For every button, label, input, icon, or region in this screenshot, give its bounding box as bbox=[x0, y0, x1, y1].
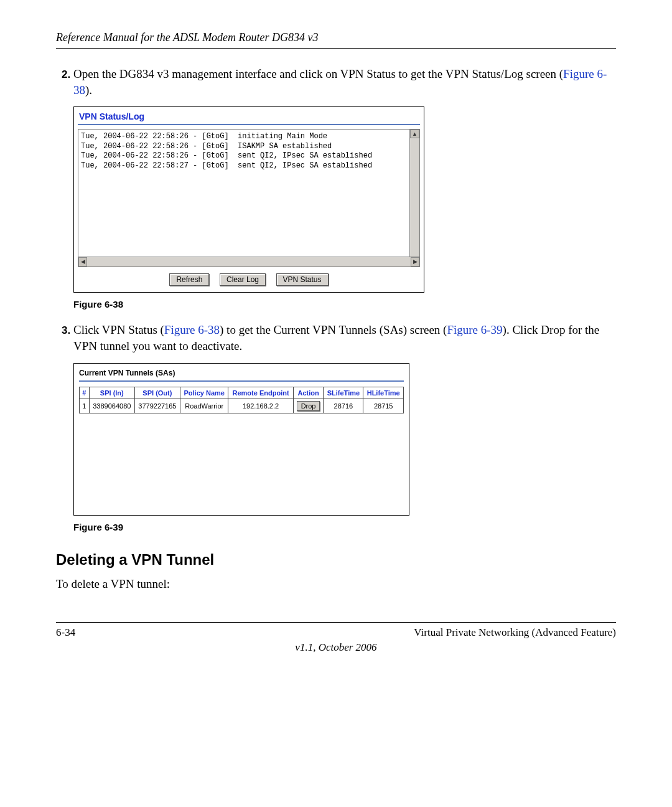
step2-text-a: Open the DG834 v3 management interface a… bbox=[73, 67, 563, 80]
table-header-row: # SPI (In) SPI (Out) Policy Name Remote … bbox=[80, 387, 404, 399]
cell-action: Drop bbox=[293, 399, 324, 413]
page-header: Reference Manual for the ADSL Modem Rout… bbox=[56, 31, 616, 49]
cell-num: 1 bbox=[80, 399, 90, 413]
col-spi-out: SPI (Out) bbox=[134, 387, 180, 399]
col-hlifetime: HLifeTime bbox=[363, 387, 404, 399]
col-remote-endpoint: Remote Endpoint bbox=[228, 387, 293, 399]
figref-6-39-a[interactable]: Figure 6-39 bbox=[447, 323, 502, 336]
current-vpn-tunnels-title: Current VPN Tunnels (SAs) bbox=[79, 369, 404, 382]
clear-log-button[interactable]: Clear Log bbox=[220, 273, 266, 286]
page-footer: 6-34 Virtual Private Networking (Advance… bbox=[56, 622, 616, 639]
footer-left: 6-34 bbox=[56, 626, 75, 639]
col-action: Action bbox=[293, 387, 324, 399]
col-slifetime: SLifeTime bbox=[324, 387, 363, 399]
figref-6-38-b[interactable]: Figure 6-38 bbox=[164, 323, 220, 336]
cell-spi-in: 3389064080 bbox=[89, 399, 134, 413]
section-heading-deleting-vpn: Deleting a VPN Tunnel bbox=[56, 551, 616, 569]
step3-text-b: ) to get the Current VPN Tunnels (SAs) s… bbox=[220, 323, 447, 336]
step2-text-b: ). bbox=[85, 83, 92, 97]
cell-slife: 28716 bbox=[324, 399, 363, 413]
col-policy-name: Policy Name bbox=[180, 387, 228, 399]
cell-remote: 192.168.2.2 bbox=[228, 399, 293, 413]
figure-6-39-caption: Figure 6-39 bbox=[73, 522, 616, 532]
col-num: # bbox=[80, 387, 90, 399]
horizontal-scrollbar[interactable]: ◀ ▶ bbox=[78, 257, 419, 267]
step-2-item: Open the DG834 v3 management interface a… bbox=[73, 66, 616, 98]
cell-hlife: 28715 bbox=[363, 399, 404, 413]
cell-spi-out: 3779227165 bbox=[134, 399, 180, 413]
step3-text-a: Click VPN Status ( bbox=[73, 323, 164, 336]
scroll-up-icon[interactable]: ▲ bbox=[410, 130, 419, 138]
vpn-status-button[interactable]: VPN Status bbox=[276, 273, 329, 286]
vpn-status-log-title: VPN Status/Log bbox=[78, 110, 420, 125]
scroll-right-icon[interactable]: ▶ bbox=[411, 257, 419, 267]
drop-button[interactable]: Drop bbox=[297, 401, 320, 411]
log-scroll-area[interactable]: Tue, 2004-06-22 22:58:26 - [GtoG] initia… bbox=[78, 129, 420, 267]
footer-center: v1.1, October 2006 bbox=[56, 641, 616, 654]
table-row: 1 3389064080 3779227165 RoadWarrior 192.… bbox=[80, 399, 404, 413]
col-spi-in: SPI (In) bbox=[89, 387, 134, 399]
cell-policy: RoadWarrior bbox=[180, 399, 228, 413]
vpn-tunnels-table: # SPI (In) SPI (Out) Policy Name Remote … bbox=[79, 387, 404, 413]
refresh-button[interactable]: Refresh bbox=[169, 273, 209, 286]
figure-6-39: Current VPN Tunnels (SAs) # SPI (In) SPI… bbox=[73, 363, 616, 516]
section-intro-text: To delete a VPN tunnel: bbox=[56, 577, 616, 591]
figure-6-38: VPN Status/Log Tue, 2004-06-22 22:58:26 … bbox=[73, 106, 616, 293]
log-text: Tue, 2004-06-22 22:58:26 - [GtoG] initia… bbox=[78, 130, 419, 173]
figure-6-38-caption: Figure 6-38 bbox=[73, 299, 616, 309]
step-3-item: Click VPN Status (Figure 6-38) to get th… bbox=[73, 322, 616, 354]
footer-right: Virtual Private Networking (Advanced Fea… bbox=[414, 626, 616, 639]
scroll-left-icon[interactable]: ◀ bbox=[78, 257, 87, 267]
vertical-scrollbar[interactable]: ▲ bbox=[409, 130, 419, 257]
